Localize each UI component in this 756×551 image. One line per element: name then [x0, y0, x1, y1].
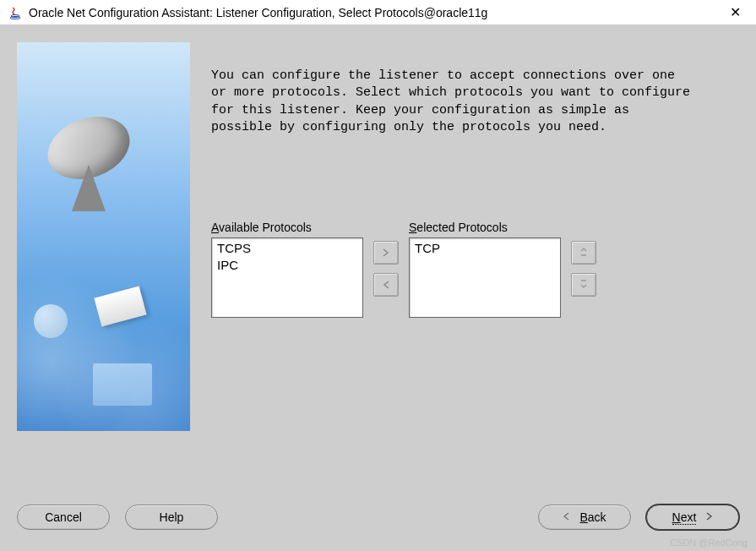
next-button[interactable]: Next [646, 505, 739, 530]
move-left-button[interactable] [373, 273, 399, 297]
move-up-button[interactable] [571, 241, 596, 265]
back-button[interactable]: Back [538, 505, 631, 530]
move-right-button[interactable] [373, 241, 399, 265]
chevron-right-icon [382, 246, 390, 259]
help-button[interactable]: Help [125, 505, 218, 530]
chevron-left-icon [563, 511, 571, 523]
titlebar: Oracle Net Configuration Assistant: List… [0, 0, 756, 25]
instruction-text: You can configure the listener to accept… [211, 68, 693, 136]
list-item[interactable]: IPC [217, 257, 357, 274]
dialog-body: You can configure the listener to accept… [0, 25, 756, 551]
selected-label: Selected Protocols [409, 221, 561, 234]
list-item[interactable]: TCP [415, 240, 555, 257]
selected-protocols-list[interactable]: TCP [409, 237, 561, 318]
watermark: CSDN @RedCong [670, 537, 748, 548]
back-button-label: Back [579, 510, 606, 524]
chevron-right-icon [704, 511, 713, 523]
close-icon[interactable]: ✕ [723, 4, 748, 20]
move-down-icon [579, 278, 589, 292]
cancel-button[interactable]: Cancel [17, 505, 110, 530]
next-button-label: Next [672, 510, 697, 525]
chevron-left-icon [382, 278, 390, 292]
list-item[interactable]: TCPS [217, 240, 357, 257]
window-title: Oracle Net Configuration Assistant: List… [29, 6, 723, 19]
java-icon [8, 6, 22, 19]
wizard-buttons: Cancel Help Back Next [17, 505, 739, 530]
main-panel: You can configure the listener to accept… [211, 42, 739, 456]
move-down-button[interactable] [571, 273, 596, 297]
available-label: Available Protocols [211, 221, 363, 234]
move-up-icon [579, 246, 589, 259]
wizard-side-image [17, 42, 190, 431]
available-protocols-list[interactable]: TCPS IPC [211, 237, 363, 318]
protocol-shuttle: Available Protocols TCPS IPC [211, 221, 739, 318]
